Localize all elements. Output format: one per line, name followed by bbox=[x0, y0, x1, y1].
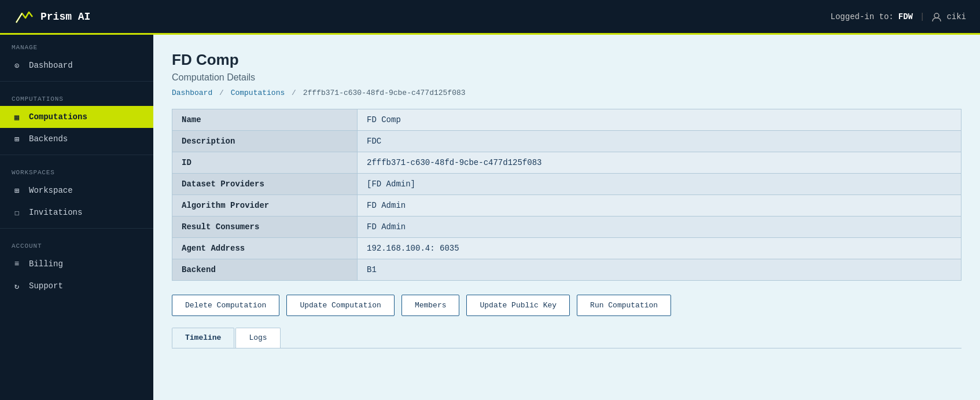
tabs-row: TimelineLogs bbox=[172, 328, 961, 348]
svg-point-0 bbox=[934, 13, 939, 18]
sidebar-divider-3 bbox=[0, 228, 153, 229]
sidebar-item-support-label: Support bbox=[29, 281, 63, 291]
sidebar-item-support[interactable]: ↻ Support bbox=[0, 275, 153, 297]
detail-value: 192.168.100.4: 6035 bbox=[358, 238, 961, 259]
members-button[interactable]: Members bbox=[401, 295, 460, 316]
detail-value: FD Comp bbox=[358, 109, 961, 131]
breadcrumb-dashboard[interactable]: Dashboard bbox=[172, 89, 212, 97]
page-title: FD Comp bbox=[172, 51, 961, 69]
user-name: ciki bbox=[946, 12, 966, 21]
detail-key: Backend bbox=[172, 259, 358, 281]
sidebar-item-workspace-label: Workspace bbox=[29, 186, 73, 195]
details-table: NameFD CompDescriptionFDCID2fffb371-c630… bbox=[172, 109, 961, 281]
sidebar-divider-1 bbox=[0, 81, 153, 82]
table-row: BackendB1 bbox=[172, 259, 961, 281]
detail-value: FDC bbox=[358, 131, 961, 152]
section-title: Computation Details bbox=[172, 72, 961, 83]
logged-in-label: Logged-in to: bbox=[831, 12, 894, 21]
detail-key: Algorithm Provider bbox=[172, 195, 358, 216]
header-divider: | bbox=[920, 12, 924, 21]
support-icon: ↻ bbox=[12, 281, 22, 291]
user-icon bbox=[931, 12, 942, 22]
tab-timeline[interactable]: Timeline bbox=[172, 328, 234, 348]
computations-section-label: COMPUTATIONS bbox=[0, 86, 153, 106]
detail-key: ID bbox=[172, 152, 358, 174]
detail-key: Dataset Providers bbox=[172, 174, 358, 195]
invitations-icon: ☐ bbox=[12, 207, 22, 218]
sidebar-section-computations: COMPUTATIONS ▦ Computations ⊞ Backends bbox=[0, 86, 153, 150]
sidebar: MANAGE ⊙ Dashboard COMPUTATIONS ▦ Comput… bbox=[0, 35, 153, 400]
table-row: Result ConsumersFD Admin bbox=[172, 216, 961, 238]
sidebar-section-workspaces: WORKSPACES ⊞ Workspace ☐ Invitations bbox=[0, 160, 153, 223]
computations-icon: ▦ bbox=[12, 112, 22, 122]
brand-label: Prism AI bbox=[40, 11, 90, 23]
sidebar-item-backends[interactable]: ⊞ Backends bbox=[0, 128, 153, 150]
sidebar-item-backends-label: Backends bbox=[29, 134, 68, 144]
manage-section-label: MANAGE bbox=[0, 35, 153, 54]
update-computation-button[interactable]: Update Computation bbox=[286, 295, 394, 316]
user-info: Logged-in to: FDW | ciki bbox=[831, 12, 966, 22]
sidebar-section-manage: MANAGE ⊙ Dashboard bbox=[0, 35, 153, 76]
table-row: Dataset Providers[FD Admin] bbox=[172, 174, 961, 195]
logo-icon bbox=[14, 6, 35, 27]
breadcrumb: Dashboard / Computations / 2fffb371-c630… bbox=[172, 89, 961, 97]
sidebar-item-dashboard-label: Dashboard bbox=[29, 61, 73, 70]
table-row: Agent Address192.168.100.4: 6035 bbox=[172, 238, 961, 259]
detail-key: Name bbox=[172, 109, 358, 131]
detail-key: Agent Address bbox=[172, 238, 358, 259]
billing-icon: ≡ bbox=[12, 259, 22, 269]
sidebar-item-invitations-label: Invitations bbox=[29, 208, 82, 217]
detail-value: B1 bbox=[358, 259, 961, 281]
sidebar-divider-2 bbox=[0, 155, 153, 155]
app-header: Prism AI Logged-in to: FDW | ciki bbox=[0, 0, 980, 35]
tab-logs[interactable]: Logs bbox=[235, 328, 280, 348]
sidebar-section-account: ACCOUNT ≡ Billing ↻ Support bbox=[0, 233, 153, 297]
sidebar-item-computations-label: Computations bbox=[29, 112, 87, 122]
run-computation-button[interactable]: Run Computation bbox=[577, 295, 671, 316]
sidebar-item-workspace[interactable]: ⊞ Workspace bbox=[0, 179, 153, 201]
workspace-icon: ⊞ bbox=[12, 185, 22, 196]
table-row: Algorithm ProviderFD Admin bbox=[172, 195, 961, 216]
backends-icon: ⊞ bbox=[12, 134, 22, 144]
detail-key: Description bbox=[172, 131, 358, 152]
table-row: NameFD Comp bbox=[172, 109, 961, 131]
sidebar-item-billing[interactable]: ≡ Billing bbox=[0, 253, 153, 275]
detail-value: FD Admin bbox=[358, 195, 961, 216]
sidebar-item-billing-label: Billing bbox=[29, 259, 63, 269]
account-section-label: ACCOUNT bbox=[0, 233, 153, 253]
detail-value: 2fffb371-c630-48fd-9cbe-c477d125f083 bbox=[358, 152, 961, 174]
delete-computation-button[interactable]: Delete Computation bbox=[172, 295, 279, 316]
table-row: DescriptionFDC bbox=[172, 131, 961, 152]
button-row: Delete ComputationUpdate ComputationMemb… bbox=[172, 295, 961, 316]
table-row: ID2fffb371-c630-48fd-9cbe-c477d125f083 bbox=[172, 152, 961, 174]
main-content: FD Comp Computation Details Dashboard / … bbox=[153, 35, 980, 400]
detail-key: Result Consumers bbox=[172, 216, 358, 238]
breadcrumb-id: 2fffb371-c630-48fd-9cbe-c477d125f083 bbox=[303, 89, 466, 97]
workspaces-section-label: WORKSPACES bbox=[0, 160, 153, 179]
dashboard-icon: ⊙ bbox=[12, 60, 22, 71]
app-body: MANAGE ⊙ Dashboard COMPUTATIONS ▦ Comput… bbox=[0, 35, 980, 400]
sidebar-item-dashboard[interactable]: ⊙ Dashboard bbox=[0, 54, 153, 76]
breadcrumb-computations[interactable]: Computations bbox=[231, 89, 285, 97]
sidebar-item-computations[interactable]: ▦ Computations bbox=[0, 106, 153, 128]
sidebar-item-invitations[interactable]: ☐ Invitations bbox=[0, 201, 153, 223]
detail-value: FD Admin bbox=[358, 216, 961, 238]
detail-value: [FD Admin] bbox=[358, 174, 961, 195]
update-public-key-button[interactable]: Update Public Key bbox=[466, 295, 570, 316]
brand: Prism AI bbox=[14, 6, 90, 27]
org-name: FDW bbox=[898, 12, 913, 21]
